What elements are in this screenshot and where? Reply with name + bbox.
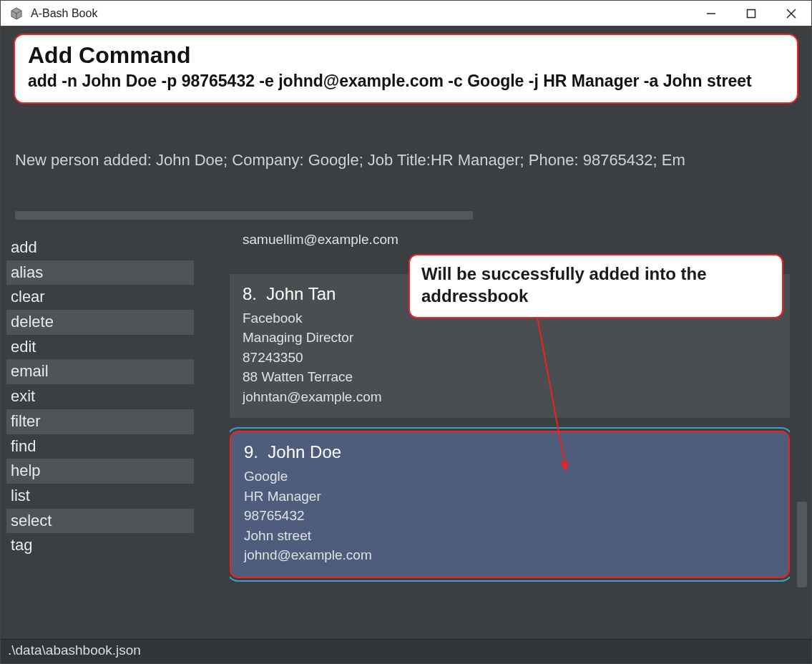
- callout-command-text: add -n John Doe -p 98765432 -e johnd@exa…: [28, 70, 784, 92]
- command-item[interactable]: exit: [6, 384, 194, 409]
- person-job: Managing Director: [243, 328, 777, 348]
- command-list: add alias clear delete edit email exit f…: [6, 235, 194, 558]
- app-icon: [8, 5, 25, 22]
- command-item[interactable]: email: [6, 359, 194, 384]
- command-callout: Add Command add -n John Doe -p 98765432 …: [14, 34, 798, 104]
- annotation-note: Will be successfully added into the addr…: [409, 254, 783, 318]
- person-job: HR Manager: [244, 487, 776, 507]
- command-item[interactable]: alias: [6, 260, 194, 285]
- person-company: Google: [244, 467, 776, 487]
- result-scrollbar-track[interactable]: [15, 211, 797, 220]
- command-item[interactable]: help: [6, 459, 194, 484]
- person-name: 9. John Doe: [244, 442, 776, 462]
- person-address: John street: [244, 526, 776, 546]
- callout-heading: Add Command: [28, 42, 784, 69]
- result-scrollbar-thumb[interactable]: [15, 211, 473, 220]
- titlebar: A-Bash Book: [1, 1, 811, 26]
- close-button[interactable]: [771, 1, 811, 26]
- app-window: A-Bash Book Add Command add -n John Doe …: [0, 0, 812, 664]
- svg-rect-3: [748, 9, 755, 17]
- command-item[interactable]: select: [6, 509, 194, 534]
- person-phone: 98765432: [244, 506, 776, 526]
- command-item[interactable]: edit: [6, 335, 194, 360]
- person-email: samuellim@example.com: [243, 230, 777, 250]
- command-item[interactable]: find: [6, 434, 194, 459]
- statusbar: .\data\abashbook.json: [1, 639, 811, 663]
- person-card-selected[interactable]: 9. John Doe Google HR Manager 98765432 J…: [230, 431, 790, 578]
- person-email: johntan@example.com: [243, 387, 777, 407]
- person-email: johnd@example.com: [244, 545, 776, 565]
- command-item[interactable]: list: [6, 484, 194, 509]
- result-message: New person added: John Doe; Company: Goo…: [1, 147, 811, 170]
- minimize-button[interactable]: [691, 1, 731, 26]
- command-item[interactable]: tag: [6, 533, 194, 558]
- command-item[interactable]: delete: [6, 310, 194, 335]
- command-item[interactable]: filter: [6, 409, 194, 434]
- command-item[interactable]: add: [6, 235, 194, 260]
- window-title: A-Bash Book: [31, 7, 97, 20]
- sidebar: add alias clear delete edit email exit f…: [1, 230, 208, 639]
- command-item[interactable]: clear: [6, 285, 194, 310]
- app-body: Add Command add -n John Doe -p 98765432 …: [1, 26, 811, 639]
- person-address: 88 Watten Terrace: [243, 367, 777, 387]
- maximize-button[interactable]: [731, 1, 771, 26]
- cards-scrollbar-thumb[interactable]: [797, 502, 807, 587]
- person-phone: 87243350: [243, 348, 777, 368]
- status-path: .\data\abashbook.json: [8, 643, 141, 658]
